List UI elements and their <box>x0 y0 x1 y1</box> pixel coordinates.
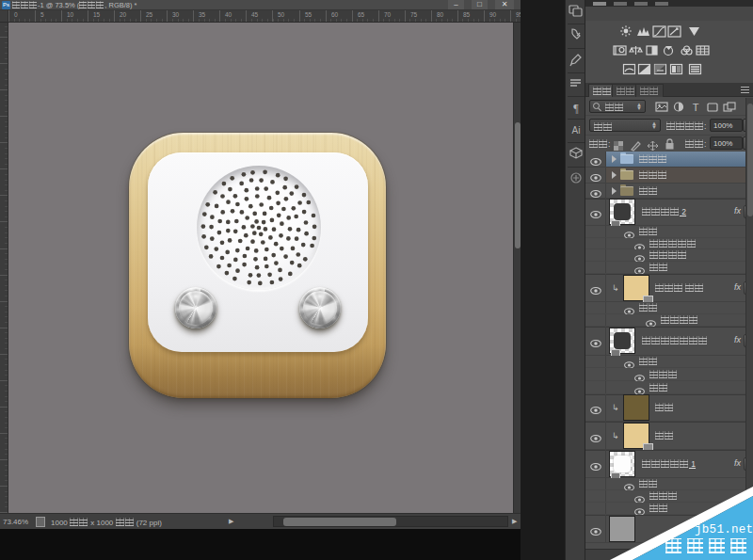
svg-text:T: T <box>693 102 699 113</box>
svg-text:Ai: Ai <box>572 125 581 136</box>
svg-text:¶: ¶ <box>573 102 579 115</box>
